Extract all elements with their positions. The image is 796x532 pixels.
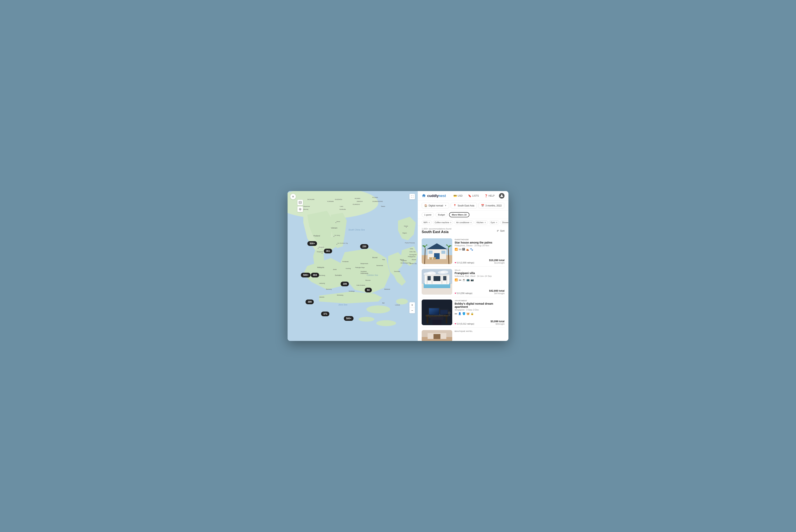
tag-coffee-label: Coffee machine [435,221,449,224]
listing-card[interactable]: 🔖 BOUTIQUE HOTEL [422,328,505,341]
listing-rating-3: ♥ 5.0 (5,012 ratings) [455,322,474,325]
amenity-pet-icon: 🐾 [470,248,473,251]
zoom-out-button[interactable]: − [410,308,415,313]
pin-borneo[interactable]: 199 [341,282,349,286]
svg-text:Butuan: Butuan [412,259,416,260]
pin-malaysia-w[interactable]: 500+ [301,273,310,278]
listing-rating-2: ♥ 5.0 (290 ratings) [455,292,472,294]
pin-java-c[interactable]: 371 [321,311,329,316]
tag-gym-remove[interactable]: ✕ [496,222,497,224]
results-title: South East Asia [422,230,452,234]
location-label: South East Asia [458,204,474,207]
svg-point-133 [448,312,451,314]
amenity-camera-icon: 📷 [471,279,474,281]
svg-text:Puerto Princesa: Puerto Princesa [405,242,415,244]
svg-point-128 [427,314,447,316]
svg-rect-88 [441,251,446,254]
tag-wifi: WiFi ✕ [422,221,432,224]
listing-img-illustration-3 [422,300,452,325]
tag-kitchen-remove[interactable]: ✕ [485,222,486,224]
date-selector[interactable]: 📅 3 months, 2022 [478,203,504,208]
svg-text:Jakarta: Jakarta [319,296,324,298]
zoom-in-button[interactable]: + [410,302,415,308]
svg-rect-104 [424,274,449,276]
map-close-button[interactable]: ✕ [290,194,296,200]
svg-text:Bandung: Bandung [326,288,331,290]
amenity-person-icon: 👤 [458,312,461,315]
nav-usd-label: USD [458,194,462,197]
results-count: 1,000+ accommodations found [422,228,452,230]
svg-rect-120 [429,308,439,315]
pin-philippines-n[interactable]: 230 [360,244,368,249]
svg-text:YUNNAN: YUNNAN [327,201,334,202]
svg-point-76 [300,209,301,210]
listing-info-4: BOUTIQUE HOTEL [455,330,505,341]
tag-wifi-remove[interactable]: ✕ [429,222,430,224]
svg-text:Baguio: Baguio [402,232,407,234]
pin-bali[interactable]: 500+ [344,316,354,321]
pin-malaysia[interactable]: 404 [311,273,319,278]
listing-card[interactable]: 🔖 [422,297,505,328]
pin-vietnam[interactable]: 361 [324,249,332,253]
svg-text:Vietnam: Vietnam [331,227,338,229]
property-type-selector[interactable]: 🏠 Digital nomad ▼ [422,203,449,208]
map-filter-button[interactable] [298,206,303,212]
svg-rect-130 [431,317,443,320]
listing-amenities-3: 🛏 👤 🪣 🧺 🔒 [455,312,505,315]
more-filters[interactable]: More filters 10 [449,212,469,217]
sort-button[interactable]: Sort [497,229,505,232]
svg-point-17 [406,227,407,228]
date-icon: 📅 [481,204,484,207]
amenity-utensil-icon: 🍽 [459,248,461,251]
tag-coffee-remove[interactable]: ✕ [450,222,452,224]
listing-price-1: $10,260 total $114/night [489,259,505,264]
date-label: 3 months, 2022 [486,204,502,207]
svg-rect-87 [429,251,433,254]
nav-usd[interactable]: 💳 USD [452,193,464,198]
pin-java-w[interactable]: 399 [305,300,314,304]
svg-rect-132 [440,322,441,325]
listing-card[interactable]: 🔖 [422,236,505,267]
help-icon: ❓ [485,194,488,197]
listing-amenities-1: 📶 🍽 🅿 ⛺ 🐾 [455,248,505,251]
map-layers-button[interactable] [298,200,303,205]
svg-rect-94 [433,257,436,259]
pin-sulawesi[interactable]: 94 [365,288,372,292]
nav-help[interactable]: ❓ HELP [483,193,496,198]
logo[interactable]: cuddlynest [422,194,446,198]
svg-rect-106 [432,276,433,284]
map-expand-button[interactable]: ⛶ [410,194,415,200]
listing-bottom-3: ♥ 5.0 (5,012 ratings) $3,099 total $35/n… [455,319,505,325]
amenity-bed-3-icon: 🛏 [455,312,457,315]
svg-rect-109 [434,276,440,281]
svg-text:Jambi: Jambi [333,269,337,270]
budget-filter[interactable]: Budget [435,212,448,217]
user-avatar[interactable] [499,193,505,198]
svg-point-15 [336,222,336,223]
location-selector[interactable]: 📍 South East Asia [451,203,477,208]
tag-ac: Air conditioner ✕ [454,221,474,224]
listing-name-3: Bobby's digital nomad dream apartment [455,302,505,308]
more-filters-count: 10 [464,213,467,216]
listing-info-2: VILLA Frangipani villa Indonesia, Bali, … [455,269,505,294]
svg-text:Palangka Raya: Palangka Raya [355,267,365,268]
svg-text:Da Nang: Da Nang [335,235,340,236]
currency-icon: 💳 [453,194,457,197]
listing-price-3: $3,099 total $35/night [491,320,505,325]
svg-text:Palembang: Palembang [318,275,325,276]
svg-rect-108 [446,276,447,284]
svg-rect-139 [434,334,440,339]
svg-text:Taiwan: Taiwan [381,206,385,207]
svg-text:Pagadian: Pagadian [401,260,407,262]
svg-text:Bangkok: Bangkok [319,246,324,248]
svg-text:Singapore: Singapore [317,251,323,252]
rating-value-1: 5.0 [457,262,459,264]
tag-shower: Shower ✕ [500,221,509,224]
svg-text:Bali: Bali [382,302,384,304]
svg-text:Hanoi: Hanoi [337,221,340,222]
pin-thailand[interactable]: 500+ [307,241,317,246]
nav-lists[interactable]: 🔖 LISTS [467,193,480,198]
guest-filter[interactable]: 1 guest [422,212,434,217]
tag-ac-remove[interactable]: ✕ [470,222,472,224]
listing-card[interactable]: 🔖 [422,267,505,297]
